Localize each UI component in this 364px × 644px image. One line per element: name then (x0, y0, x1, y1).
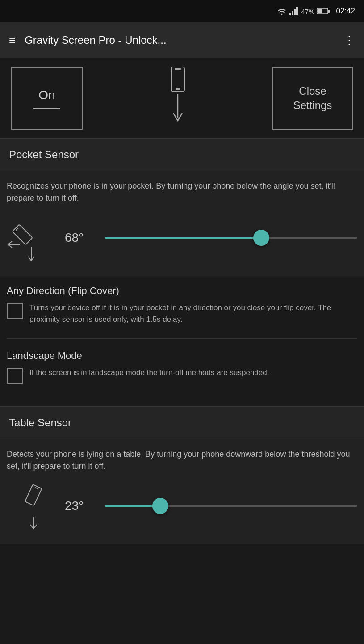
pocket-sensor-thumb[interactable] (253, 230, 269, 246)
any-direction-row: Turns your device off if it is in your p… (7, 302, 357, 325)
pocket-sensor-fill (105, 237, 261, 239)
pocket-angle-icon (7, 213, 56, 262)
table-sensor-section: Table Sensor Detects your phone is lying… (0, 407, 364, 544)
landscape-mode-item: Landscape Mode If the screen is in lands… (7, 350, 357, 384)
landscape-mode-description: If the screen is in landscape mode the t… (29, 367, 269, 379)
on-button[interactable]: On (11, 67, 83, 130)
pocket-sensor-slider-row: 68° (7, 213, 357, 262)
phone-drop-icon (162, 65, 193, 132)
phone-animation (162, 65, 193, 132)
svg-rect-16 (35, 487, 38, 489)
signal-icon (289, 7, 298, 15)
svg-rect-3 (296, 7, 298, 15)
svg-rect-11 (13, 224, 33, 244)
pocket-sensor-section: Pocket Sensor Recognizes your phone is i… (0, 139, 364, 276)
app-bar: ≡ Gravity Screen Pro - Unlock... ⋮ (0, 22, 364, 58)
any-direction-description: Turns your device off if it is in your p… (29, 302, 357, 325)
svg-rect-7 (171, 67, 184, 92)
any-direction-item: Any Direction (Flip Cover) Turns your de… (7, 285, 357, 325)
pocket-sensor-header: Pocket Sensor (0, 139, 364, 171)
table-sensor-description: Detects your phone is lying on a table. … (7, 448, 357, 472)
landscape-mode-title: Landscape Mode (7, 350, 357, 362)
svg-rect-6 (318, 9, 322, 13)
svg-rect-2 (294, 9, 296, 15)
svg-rect-8 (175, 68, 181, 70)
status-icons: 47% 02:42 (277, 7, 355, 16)
overflow-menu-icon[interactable]: ⋮ (343, 34, 355, 47)
svg-rect-9 (176, 88, 180, 90)
on-button-underline (33, 108, 60, 109)
divider-1 (7, 338, 357, 339)
landscape-mode-row: If the screen is in landscape mode the t… (7, 367, 357, 384)
table-sensor-angle: 23° (65, 499, 96, 513)
status-time: 02:42 (336, 7, 355, 16)
pocket-sensor-slider[interactable] (105, 229, 357, 247)
pocket-sensor-description: Recognizes your phone is in your pocket.… (7, 180, 357, 204)
landscape-mode-checkbox[interactable] (7, 368, 23, 384)
hamburger-icon[interactable]: ≡ (9, 34, 16, 47)
any-direction-checkbox[interactable] (7, 303, 23, 319)
on-button-label: On (38, 88, 55, 102)
battery-percentage: 47% (301, 8, 314, 15)
control-row: On CloseSettings (0, 58, 364, 139)
table-sensor-slider[interactable] (105, 497, 357, 515)
close-settings-label: CloseSettings (293, 84, 332, 112)
pocket-sensor-track (105, 237, 357, 239)
svg-rect-15 (25, 484, 42, 505)
table-angle-icon (7, 481, 56, 530)
pocket-sensor-body: Recognizes your phone is in your pocket.… (0, 171, 364, 276)
svg-rect-0 (289, 13, 291, 15)
close-settings-button[interactable]: CloseSettings (272, 67, 353, 130)
checkbox-section: Any Direction (Flip Cover) Turns your de… (0, 276, 364, 406)
table-sensor-title: Table Sensor (9, 417, 71, 429)
battery-icon (317, 8, 330, 15)
app-title: Gravity Screen Pro - Unlock... (25, 34, 335, 46)
table-sensor-body: Detects your phone is lying on a table. … (0, 439, 364, 544)
status-bar: 47% 02:42 (0, 0, 364, 22)
any-direction-title: Any Direction (Flip Cover) (7, 285, 357, 297)
svg-rect-5 (328, 10, 330, 13)
pocket-sensor-title: Pocket Sensor (9, 148, 79, 160)
wifi-icon (277, 7, 287, 15)
table-sensor-track (105, 505, 357, 507)
table-sensor-header: Table Sensor (0, 407, 364, 439)
table-sensor-slider-row: 23° (7, 481, 357, 530)
pocket-sensor-angle: 68° (65, 231, 96, 245)
svg-rect-1 (292, 11, 293, 15)
table-sensor-thumb[interactable] (152, 498, 168, 514)
